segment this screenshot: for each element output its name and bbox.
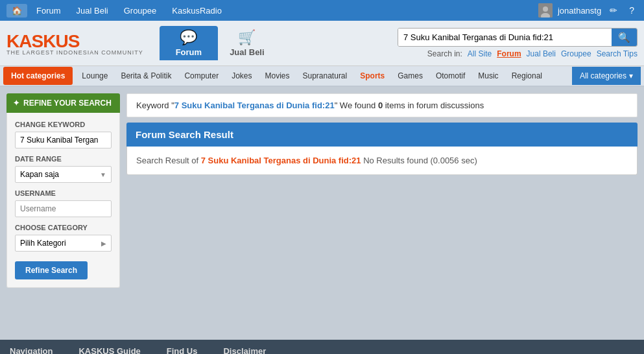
results-panel: Keyword "7 Suku Kanibal Terganas di Duni… bbox=[126, 93, 638, 327]
date-range-label: DATE RANGE bbox=[15, 155, 112, 163]
cat-supranatural[interactable]: Supranatural bbox=[296, 66, 354, 86]
top-nav-right: jonathanstg ✏ ? bbox=[538, 3, 638, 18]
refine-title: REFINE YOUR SEARCH bbox=[23, 99, 112, 108]
search-box: 🔍 bbox=[398, 28, 638, 47]
main-content: ✦ REFINE YOUR SEARCH CHANGE KEYWORD DATE… bbox=[0, 87, 644, 333]
keyword-prefix: Keyword " bbox=[136, 100, 174, 110]
site-header: KASKUS THE LARGEST INDONESIAN COMMUNITY … bbox=[0, 21, 644, 66]
top-navigation: 🏠 Forum Jual Beli Groupee KaskusRadio jo… bbox=[0, 0, 644, 21]
all-categories-chevron: ▾ bbox=[629, 71, 633, 80]
nav-jualbeli[interactable]: Jual Beli bbox=[70, 3, 115, 18]
username-label: USERNAME bbox=[15, 189, 112, 197]
home-button[interactable]: 🏠 bbox=[6, 4, 27, 18]
refine-body: CHANGE KEYWORD DATE RANGE Kapan sajaHari… bbox=[6, 113, 120, 288]
search-tips-link[interactable]: Search Tips bbox=[597, 49, 638, 58]
cat-music[interactable]: Music bbox=[471, 66, 505, 86]
footer-disclaimer-title: Disclaimer bbox=[223, 346, 266, 354]
footer: Navigation KASKUS Guide Find Us Disclaim… bbox=[0, 340, 644, 354]
nav-forum[interactable]: Forum bbox=[30, 3, 67, 18]
filter-groupee[interactable]: Groupee bbox=[561, 49, 591, 58]
svg-point-1 bbox=[543, 6, 548, 12]
keyword-input[interactable] bbox=[15, 132, 112, 148]
keyword-count-suffix: items in forum discussions bbox=[383, 100, 484, 110]
search-input[interactable] bbox=[398, 29, 612, 46]
cat-lounge[interactable]: Lounge bbox=[75, 66, 114, 86]
refine-search-button[interactable]: Refine Search bbox=[15, 261, 88, 279]
header-nav-tabs: 💬 Forum 🛒 Jual Beli bbox=[160, 26, 276, 60]
category-select[interactable]: Pilih Kategori bbox=[15, 235, 112, 252]
tab-forum[interactable]: 💬 Forum bbox=[160, 26, 218, 60]
sidebar: ✦ REFINE YOUR SEARCH CHANGE KEYWORD DATE… bbox=[6, 93, 120, 327]
footer-nav-title: Navigation bbox=[10, 346, 53, 354]
filter-allsite[interactable]: All Site bbox=[468, 49, 492, 58]
footer-findus: Find Us bbox=[167, 346, 198, 354]
tab-jualbeli[interactable]: 🛒 Jual Beli bbox=[218, 26, 276, 60]
cat-movies[interactable]: Movies bbox=[258, 66, 296, 86]
date-range-wrapper: Kapan sajaHari iniMinggu iniBulan ini ▼ bbox=[15, 166, 112, 183]
all-categories-button[interactable]: All categories ▾ bbox=[572, 67, 641, 85]
user-avatar bbox=[538, 3, 553, 18]
change-keyword-label: CHANGE KEYWORD bbox=[15, 121, 112, 128]
footer-findus-title: Find Us bbox=[167, 346, 198, 354]
result-header: Forum Search Result bbox=[126, 123, 638, 147]
forum-icon: 💬 bbox=[180, 29, 197, 46]
username-label: jonathanstg bbox=[558, 6, 601, 16]
keyword-suffix: " We found bbox=[335, 100, 378, 110]
search-button[interactable]: 🔍 bbox=[612, 29, 637, 46]
jualbeli-icon: 🛒 bbox=[238, 29, 256, 46]
refine-icon: ✦ bbox=[13, 99, 19, 108]
nav-kaskusradio[interactable]: KaskusRadio bbox=[165, 3, 228, 18]
hot-categories-button[interactable]: Hot categories bbox=[3, 67, 73, 85]
filter-forum[interactable]: Forum bbox=[497, 49, 521, 58]
filter-jualbeli[interactable]: Jual Beli bbox=[527, 49, 556, 58]
footer-disclaimer: Disclaimer bbox=[223, 346, 266, 354]
edit-icon-button[interactable]: ✏ bbox=[606, 4, 621, 17]
top-nav-left: 🏠 Forum Jual Beli Groupee KaskusRadio bbox=[6, 3, 228, 18]
choose-category-label: CHOOSE CATEGORY bbox=[15, 224, 112, 231]
tab-jualbeli-label: Jual Beli bbox=[230, 47, 264, 57]
keyword-bar: Keyword "7 Suku Kanibal Terganas di Duni… bbox=[126, 93, 638, 117]
keyword-value: 7 Suku Kanibal Terganas di Dunia fid:21 bbox=[174, 100, 335, 110]
footer-guide-title: KASKUS Guide bbox=[78, 346, 140, 354]
category-bar: Hot categories Lounge Berita & Politik C… bbox=[0, 66, 644, 87]
tab-forum-label: Forum bbox=[176, 47, 202, 57]
logo-area: KASKUS THE LARGEST INDONESIAN COMMUNITY bbox=[6, 31, 143, 56]
result-body: Search Result of 7 Suku Kanibal Terganas… bbox=[126, 147, 638, 175]
refine-header: ✦ REFINE YOUR SEARCH bbox=[6, 93, 120, 113]
cat-regional[interactable]: Regional bbox=[505, 66, 549, 86]
cat-sports[interactable]: Sports bbox=[353, 66, 391, 86]
nav-groupee[interactable]: Groupee bbox=[117, 3, 163, 18]
footer-navigation: Navigation bbox=[10, 346, 53, 354]
search-in-label: Search in: bbox=[427, 49, 462, 58]
cat-games[interactable]: Games bbox=[391, 66, 429, 86]
result-body-suffix: No Results found (0.0056 sec) bbox=[361, 156, 477, 165]
date-range-select[interactable]: Kapan sajaHari iniMinggu iniBulan ini bbox=[15, 166, 112, 183]
cat-computer[interactable]: Computer bbox=[178, 66, 225, 86]
cat-otomotif[interactable]: Otomotif bbox=[429, 66, 471, 86]
username-input[interactable] bbox=[15, 200, 112, 217]
result-body-keyword: 7 Suku Kanibal Terganas di Dunia fid:21 bbox=[201, 156, 361, 165]
cat-jokes[interactable]: Jokes bbox=[225, 66, 258, 86]
search-filters: Search in: All Site Forum Jual Beli Grou… bbox=[427, 49, 638, 58]
logo-tagline: THE LARGEST INDONESIAN COMMUNITY bbox=[6, 49, 143, 56]
footer-guide: KASKUS Guide bbox=[78, 346, 140, 354]
search-area: 🔍 Search in: All Site Forum Jual Beli Gr… bbox=[398, 28, 638, 58]
all-categories-label: All categories bbox=[580, 71, 626, 80]
help-icon-button[interactable]: ? bbox=[626, 4, 638, 17]
category-select-wrapper: Pilih Kategori ▶ bbox=[15, 235, 112, 252]
result-body-prefix: Search Result of bbox=[136, 156, 201, 165]
cat-berita[interactable]: Berita & Politik bbox=[114, 66, 178, 86]
